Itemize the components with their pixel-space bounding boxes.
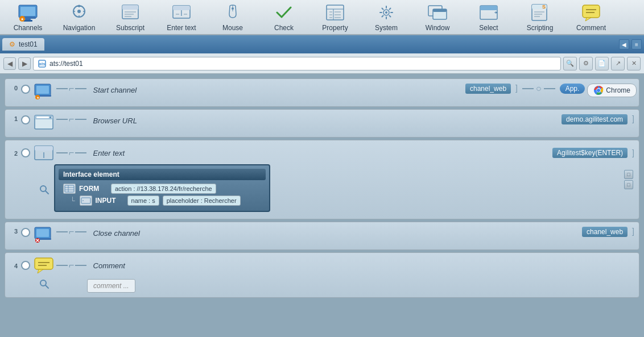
toolbar-property[interactable]: Property: [309, 1, 361, 34]
doc-button[interactable]: 📄: [595, 57, 609, 70]
step-param: chanel_web: [582, 227, 628, 237]
step-radio[interactable]: [21, 148, 30, 157]
step-radio[interactable]: [21, 261, 30, 270]
mouse-icon: [222, 2, 243, 23]
comment-icon: [581, 2, 601, 23]
url-field[interactable]: ats ats://test01: [33, 57, 561, 70]
property-icon: [325, 2, 345, 23]
window-icon: [427, 2, 448, 23]
select-icon: [478, 2, 499, 23]
tab-prev-button[interactable]: ◀: [619, 39, 629, 49]
tree-line: └: [70, 197, 75, 205]
search-button[interactable]: 🔍: [563, 57, 577, 70]
comment-label: Comment: [576, 24, 606, 32]
step-bracket-right: ]: [632, 227, 634, 236]
step-number: 1: [7, 114, 18, 122]
toolbar-window[interactable]: Window: [412, 1, 463, 34]
scripting-label: Scripting: [527, 24, 554, 32]
step-param: chanel_web: [465, 84, 511, 94]
system-label: System: [375, 24, 398, 32]
svg-rect-14: [122, 5, 138, 10]
toolbar-navigation[interactable]: Navigation: [53, 1, 105, 34]
step-bracket-right: ]: [632, 114, 634, 123]
mouse-label: Mouse: [222, 24, 243, 32]
toolbar-scripting[interactable]: S Scripting: [514, 1, 565, 34]
form-row: FORM action : //13.38.178.24/fr/recherch…: [63, 184, 266, 194]
settings-button[interactable]: ⚙: [579, 57, 593, 70]
step-row-expanded: 2 | ⌐ Enter text Agilitest$key(ENTER) ]: [5, 140, 639, 219]
form-icon: [63, 184, 76, 194]
close-button[interactable]: ✕: [627, 57, 641, 70]
step-label: Browser URL: [89, 114, 559, 127]
window-label: Window: [426, 24, 450, 32]
channels-icon: ★: [18, 2, 38, 23]
toolbar-select[interactable]: Select: [463, 1, 514, 34]
check-icon: [274, 2, 294, 23]
input-type-label: INPUT: [96, 197, 124, 205]
interface-element-panel: Interface element FORM: [54, 164, 270, 212]
form-attr: action : //13.38.178.24/fr/recherche: [111, 184, 216, 194]
tab-bar: ⚙ test01 ◀ ≡: [0, 35, 644, 53]
test-tab[interactable]: ⚙ test01: [2, 38, 44, 51]
scroll-down-button[interactable]: □: [624, 180, 633, 189]
step-radio[interactable]: [21, 115, 30, 124]
property-label: Property: [322, 24, 348, 32]
step-label: Close channel: [89, 227, 580, 240]
export-button[interactable]: ↗: [611, 57, 625, 70]
subscript-label: Subscript: [116, 24, 145, 32]
interface-panel-wrapper: Interface element FORM: [39, 164, 270, 212]
svg-point-24: [232, 7, 234, 10]
step-param: Agilitest$key(ENTER): [552, 148, 628, 158]
forward-button[interactable]: ▶: [18, 57, 31, 70]
search-magnify-icon: [39, 185, 51, 196]
svg-rect-72: [36, 117, 49, 118]
step-connector: ⌐: [56, 148, 86, 158]
svg-marker-57: [585, 18, 591, 21]
svg-line-42: [389, 9, 390, 10]
svg-rect-63: [36, 86, 49, 94]
toolbar-channels[interactable]: ★ Channels: [2, 1, 53, 34]
channels-label: Channels: [14, 24, 43, 32]
step-param: demo.agilitest.com: [562, 114, 628, 124]
toolbar-system[interactable]: System: [361, 1, 412, 34]
system-icon: [376, 2, 397, 23]
svg-rect-48: [480, 6, 497, 10]
svg-line-78: [46, 191, 48, 194]
tab-next-button[interactable]: ≡: [631, 39, 642, 49]
app-badge: App.: [560, 84, 585, 94]
step-label: Start channel: [89, 84, 463, 97]
input-attr-name: name : s: [127, 195, 159, 206]
chrome-label: Chrome: [606, 86, 630, 94]
step-row: 4 ⌐ Comment: [5, 252, 639, 298]
comment-input[interactable]: comment ...: [87, 279, 135, 293]
svg-text:|: |: [181, 10, 183, 16]
toolbar-comment[interactable]: Comment: [565, 1, 617, 34]
svg-point-8: [77, 10, 81, 13]
step-radio[interactable]: [21, 85, 30, 94]
step-radio[interactable]: [21, 228, 30, 237]
step-label: Comment: [89, 259, 637, 272]
svg-point-35: [385, 11, 387, 14]
tab-nav-buttons: ◀ ≡: [619, 39, 642, 49]
svg-rect-86: [36, 229, 49, 237]
scroll-up-button[interactable]: □: [624, 170, 633, 179]
step-row: 1 ⌐ Browser URL demo.agilitest.com ]: [5, 109, 639, 138]
back-button[interactable]: ◀: [3, 57, 16, 70]
toolbar-check[interactable]: Check: [258, 1, 309, 34]
navigation-label: Navigation: [63, 24, 96, 32]
step-row-top: 4 ⌐ Comment: [7, 257, 637, 273]
step-bracket-right: ]: [515, 84, 518, 93]
svg-line-41: [389, 15, 390, 16]
svg-text:|: |: [43, 151, 44, 158]
step-enter-text-icon: |: [34, 145, 54, 161]
toolbar-subscript[interactable]: Subscript: [105, 1, 156, 34]
check-label: Check: [274, 24, 294, 32]
input-icon: [80, 195, 92, 206]
step-scroll-buttons: □ □: [624, 170, 633, 189]
toolbar-enter-text[interactable]: | Enter text: [156, 1, 207, 34]
svg-rect-79: [65, 185, 74, 192]
svg-marker-92: [38, 269, 43, 273]
step-row: 0 ★ ⌐ Start channel chanel_web ] ○ App.: [5, 78, 639, 107]
toolbar-mouse[interactable]: Mouse: [207, 1, 258, 34]
tab-icon: ⚙: [9, 40, 15, 48]
